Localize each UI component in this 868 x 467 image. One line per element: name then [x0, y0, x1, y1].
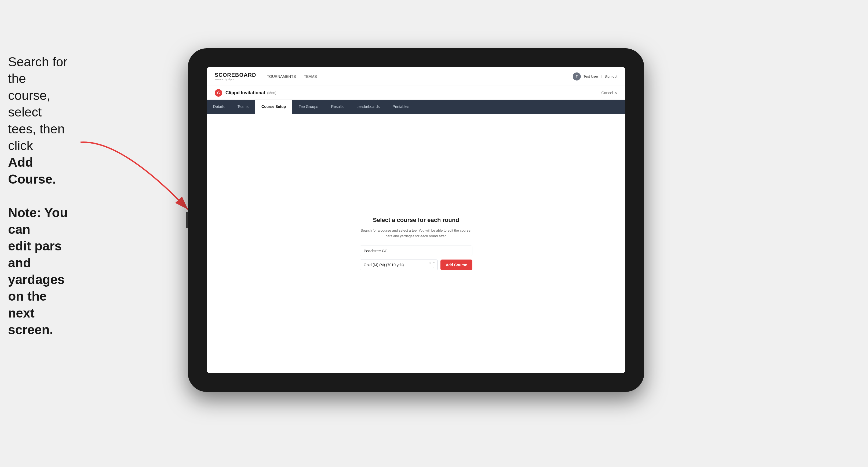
- nav-tournaments[interactable]: TOURNAMENTS: [267, 74, 296, 79]
- annotation-note4: next screen.: [8, 306, 53, 337]
- tab-leaderboards[interactable]: Leaderboards: [350, 100, 386, 114]
- tournament-sub: (Men): [267, 91, 276, 95]
- cancel-button[interactable]: Cancel ✕: [601, 91, 617, 95]
- annotation-line1: Search for the: [8, 55, 67, 86]
- tournament-header: C Clippd Invitational (Men) Cancel ✕: [207, 86, 625, 100]
- annotation-note3: yardages on the: [8, 272, 65, 303]
- logo-text: SCOREBOARD: [215, 72, 256, 78]
- tab-teams[interactable]: Teams: [231, 100, 255, 114]
- logo-sub: Powered by clippd: [215, 78, 256, 81]
- course-search-input[interactable]: [360, 246, 472, 256]
- course-setup-card: Select a course for each round Search fo…: [360, 217, 472, 270]
- nav-links: TOURNAMENTS TEAMS: [267, 74, 573, 79]
- user-area: T Test User | Sign out: [573, 72, 617, 81]
- tab-course-setup[interactable]: Course Setup: [255, 100, 292, 114]
- top-navbar: SCOREBOARD Powered by clippd TOURNAMENTS…: [207, 67, 625, 86]
- tab-details[interactable]: Details: [207, 100, 231, 114]
- user-avatar: T: [573, 72, 581, 81]
- tab-navigation: Details Teams Course Setup Tee Groups Re…: [207, 100, 625, 114]
- user-label: Test User: [584, 74, 598, 79]
- card-description: Search for a course and select a tee. Yo…: [360, 228, 472, 239]
- separator: |: [601, 74, 602, 79]
- annotation-line2: course, select: [8, 88, 50, 119]
- tournament-name: Clippd Invitational: [225, 90, 265, 96]
- tablet-device: SCOREBOARD Powered by clippd TOURNAMENTS…: [188, 48, 644, 392]
- tee-selection-row: Gold (M) (M) (7010 yds) ✕ ⌃⌄ Add Course: [360, 259, 472, 270]
- tee-select[interactable]: Gold (M) (M) (7010 yds): [360, 259, 438, 270]
- tab-tee-groups[interactable]: Tee Groups: [292, 100, 324, 114]
- side-button: [186, 212, 188, 228]
- tab-printables[interactable]: Printables: [386, 100, 416, 114]
- tab-results[interactable]: Results: [324, 100, 350, 114]
- main-content: Select a course for each round Search fo…: [207, 114, 625, 373]
- logo-area: SCOREBOARD Powered by clippd: [215, 72, 256, 81]
- tee-select-wrapper[interactable]: Gold (M) (M) (7010 yds) ✕ ⌃⌄: [360, 259, 438, 270]
- tablet-screen: SCOREBOARD Powered by clippd TOURNAMENTS…: [207, 67, 625, 373]
- annotation-text: Search for the course, select tees, then…: [8, 54, 83, 338]
- annotation-note2: edit pars and: [8, 239, 62, 270]
- tournament-icon: C: [215, 89, 222, 97]
- nav-teams[interactable]: TEAMS: [304, 74, 317, 79]
- sign-out-link[interactable]: Sign out: [604, 74, 617, 79]
- annotation-line3: tees, then click: [8, 122, 65, 153]
- annotation-cta: Add Course.: [8, 155, 56, 186]
- annotation-note: Note: You can: [8, 206, 68, 237]
- add-course-button[interactable]: Add Course: [440, 259, 472, 270]
- card-title: Select a course for each round: [360, 217, 472, 224]
